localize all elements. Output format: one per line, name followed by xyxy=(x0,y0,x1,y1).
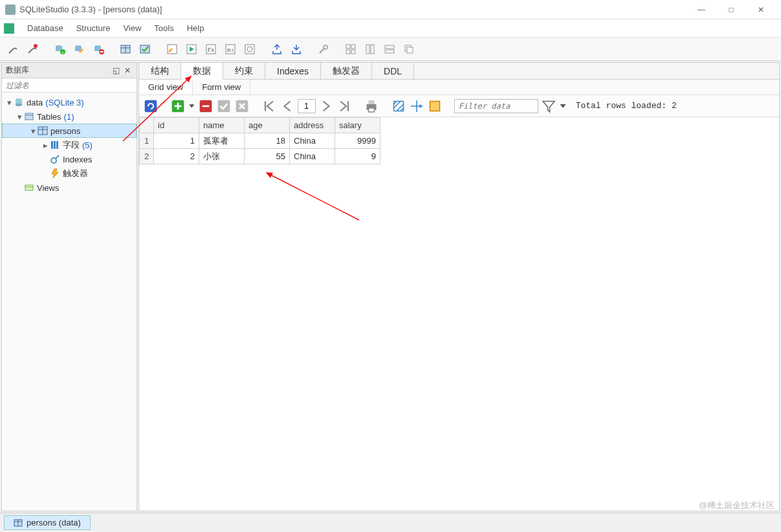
cell-age[interactable]: 18 xyxy=(245,133,290,149)
delete-row-icon[interactable] xyxy=(198,98,214,114)
refresh-icon[interactable] xyxy=(143,98,159,114)
svg-rect-34 xyxy=(407,47,413,53)
svg-rect-26 xyxy=(351,45,355,49)
svg-marker-68 xyxy=(543,101,555,112)
tab-constraints[interactable]: 约束 xyxy=(223,63,265,79)
commit-icon[interactable] xyxy=(216,98,232,114)
cell-address[interactable]: China xyxy=(290,149,335,164)
col-address[interactable]: address xyxy=(290,118,335,133)
svg-rect-14 xyxy=(140,45,149,53)
select-all-icon[interactable] xyxy=(391,98,406,114)
svg-point-37 xyxy=(16,104,22,106)
cell-name[interactable]: 小张 xyxy=(199,149,245,164)
tile-v-icon[interactable] xyxy=(361,40,379,58)
panel-header: 数据库 ◱ ✕ xyxy=(2,63,137,78)
index-icon xyxy=(50,154,60,164)
rollback-icon[interactable] xyxy=(234,98,250,114)
tree-table-persons[interactable]: ▾ persons xyxy=(2,124,137,138)
grid-corner xyxy=(140,118,154,133)
cell-id[interactable]: 2 xyxy=(154,149,199,164)
sql-editor-icon[interactable] xyxy=(163,40,181,58)
execute-icon[interactable] xyxy=(182,40,201,58)
import-icon[interactable] xyxy=(268,40,286,58)
tab-indexes[interactable]: Indexes xyxy=(265,63,321,79)
close-button[interactable]: ✕ xyxy=(746,0,776,19)
tree-views[interactable]: Views xyxy=(2,181,137,195)
page-input[interactable] xyxy=(298,99,316,113)
edit-db-icon[interactable] xyxy=(70,40,88,58)
filter-input[interactable] xyxy=(454,99,538,113)
main-toolbar: + Fx B:I xyxy=(0,38,781,61)
filter-icon[interactable] xyxy=(541,98,556,114)
minimize-button[interactable]: — xyxy=(687,0,716,19)
menu-view[interactable]: View xyxy=(116,23,148,33)
insert-row-icon[interactable] xyxy=(170,98,186,114)
populate-icon[interactable] xyxy=(427,98,443,114)
tree-indexes[interactable]: Indexes xyxy=(2,152,137,166)
tab-structure[interactable]: 结构 xyxy=(139,63,181,79)
config-icon[interactable] xyxy=(314,40,333,58)
disconnect-icon[interactable] xyxy=(23,40,41,58)
tile-icon[interactable] xyxy=(342,40,360,58)
add-db-icon[interactable]: + xyxy=(50,40,69,58)
menu-tools[interactable]: Tools xyxy=(148,23,180,33)
tab-ddl[interactable]: DDL xyxy=(372,63,414,79)
tree-db[interactable]: ▾ data (SQLite 3) xyxy=(2,95,137,109)
content-area: 结构 数据 约束 Indexes 触发器 DDL Grid view Form … xyxy=(138,62,780,511)
tile-h-icon[interactable] xyxy=(380,40,399,58)
function-icon[interactable]: Fx xyxy=(202,40,220,58)
tree-filter-input[interactable] xyxy=(2,78,137,92)
cascade-icon[interactable] xyxy=(400,40,418,58)
db-tree[interactable]: ▾ data (SQLite 3) ▾ Tables (1) ▾ persons… xyxy=(2,93,137,511)
tree-tables[interactable]: ▾ Tables (1) xyxy=(2,109,137,124)
menu-help[interactable]: Help xyxy=(181,23,211,33)
subtab-form[interactable]: Form view xyxy=(193,80,250,94)
cell-address[interactable]: China xyxy=(290,133,335,149)
tree-fields[interactable]: ▸ 字段 (5) xyxy=(2,138,137,152)
table-row[interactable]: 22小张55China9 xyxy=(140,149,380,164)
print-icon[interactable] xyxy=(364,98,379,114)
menubar: Database Structure View Tools Help xyxy=(0,19,781,38)
cell-name[interactable]: 孤寒者 xyxy=(199,133,245,149)
col-salary[interactable]: salary xyxy=(335,118,380,133)
last-page-icon[interactable] xyxy=(336,98,352,114)
panel-close-icon[interactable]: ✕ xyxy=(122,65,133,76)
window-tab-persons[interactable]: persons (data) xyxy=(4,515,91,530)
cell-age[interactable]: 55 xyxy=(245,149,290,164)
prev-page-icon[interactable] xyxy=(280,98,295,114)
extension-icon[interactable] xyxy=(241,40,259,58)
svg-point-0 xyxy=(34,44,38,48)
remove-db-icon[interactable] xyxy=(89,40,107,58)
table-row[interactable]: 11孤寒者18China9999 xyxy=(140,133,380,149)
tab-triggers[interactable]: 触发器 xyxy=(321,63,372,79)
database-icon xyxy=(14,97,24,107)
filter-dropdown-icon[interactable] xyxy=(559,98,567,114)
svg-rect-31 xyxy=(385,45,394,49)
insert-dropdown-icon[interactable] xyxy=(188,98,195,114)
cell-salary[interactable]: 9999 xyxy=(335,133,380,149)
panel-float-icon[interactable]: ◱ xyxy=(111,65,121,76)
table-icon[interactable] xyxy=(116,40,135,58)
cell-salary[interactable]: 9 xyxy=(335,149,380,164)
tab-data[interactable]: 数据 xyxy=(181,63,223,80)
format-icon[interactable]: B:I xyxy=(221,40,239,58)
menu-database[interactable]: Database xyxy=(21,23,70,33)
data-grid[interactable]: id name age address salary 11孤寒者18China9… xyxy=(139,117,779,511)
col-id[interactable]: id xyxy=(154,118,199,133)
app-icon xyxy=(5,5,16,15)
table-commit-icon[interactable] xyxy=(136,40,154,58)
svg-text:+: + xyxy=(61,50,64,54)
export-icon[interactable] xyxy=(287,40,305,58)
col-name[interactable]: name xyxy=(199,118,245,133)
cell-id[interactable]: 1 xyxy=(154,133,199,149)
col-age[interactable]: age xyxy=(245,118,290,133)
menu-structure[interactable]: Structure xyxy=(70,23,117,33)
subtab-grid[interactable]: Grid view xyxy=(139,80,193,94)
maximize-button[interactable]: □ xyxy=(716,0,746,19)
connect-icon[interactable] xyxy=(4,40,22,58)
next-page-icon[interactable] xyxy=(318,98,334,114)
goto-icon[interactable] xyxy=(409,98,424,114)
views-icon xyxy=(24,183,34,193)
tree-triggers[interactable]: 触发器 xyxy=(2,166,137,181)
first-page-icon[interactable] xyxy=(261,98,277,114)
